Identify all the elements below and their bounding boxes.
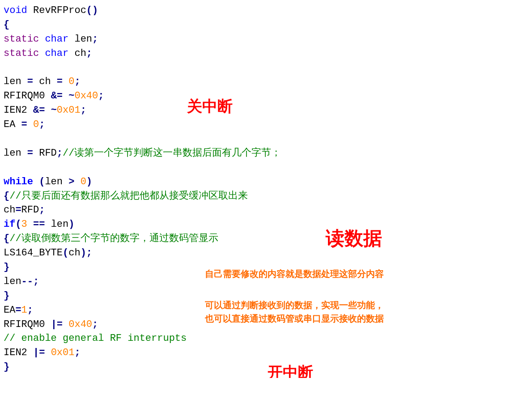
code-line-blank bbox=[4, 161, 515, 175]
code-line: static char len; bbox=[4, 32, 515, 47]
keyword-char: char bbox=[45, 48, 68, 59]
code-line: static char ch; bbox=[4, 47, 515, 61]
identifier: len bbox=[4, 276, 21, 287]
code-line: len = ch = 0; bbox=[4, 75, 515, 89]
code-editor: void RevRFProc() { static char len; stat… bbox=[4, 4, 515, 374]
brace-close: } bbox=[4, 290, 9, 301]
comment: //读取倒数第三个字节的数字，通过数码管显示 bbox=[9, 233, 218, 244]
identifier: len bbox=[4, 76, 27, 87]
code-line: while (len > 0) bbox=[4, 175, 515, 189]
operator: = bbox=[27, 76, 33, 87]
operator: -- bbox=[21, 276, 33, 287]
operator: = bbox=[15, 305, 21, 316]
keyword-if: if bbox=[4, 219, 15, 230]
identifier: RFIRQM0 bbox=[4, 90, 51, 102]
code-line: IEN2 &= ~0x01; bbox=[4, 103, 515, 118]
paren-close: ) bbox=[68, 219, 74, 230]
comment: // enable general RF interrupts bbox=[4, 333, 187, 344]
brace-open: { bbox=[4, 233, 9, 244]
keyword-static: static bbox=[4, 34, 39, 45]
paren-open: ( bbox=[86, 5, 92, 16]
identifier: RFD bbox=[33, 148, 57, 159]
code-line: } bbox=[4, 360, 515, 374]
operator: = bbox=[57, 76, 63, 87]
code-line: // enable general RF interrupts bbox=[4, 331, 515, 346]
comment: //只要后面还有数据那么就把他都从接受缓冲区取出来 bbox=[9, 191, 247, 202]
code-line: IEN2 |= 0x01; bbox=[4, 346, 515, 360]
semicolon: ; bbox=[74, 76, 80, 87]
code-line: void RevRFProc() bbox=[4, 4, 515, 18]
paren-close: ) bbox=[86, 176, 92, 187]
brace-open: { bbox=[4, 191, 9, 202]
semicolon: ; bbox=[33, 276, 39, 287]
keyword-static: static bbox=[4, 48, 39, 59]
code-line: ch=RFD; bbox=[4, 203, 515, 217]
paren-close: ) bbox=[92, 5, 98, 16]
function-name: RevRFProc bbox=[33, 5, 86, 16]
operator: > bbox=[68, 176, 74, 187]
semicolon: ; bbox=[74, 347, 80, 358]
identifier: RFIRQM0 bbox=[4, 319, 51, 330]
identifier: len bbox=[4, 148, 27, 159]
semicolon: ; bbox=[92, 319, 98, 330]
code-line: { bbox=[4, 18, 515, 32]
semicolon: ; bbox=[92, 34, 98, 45]
annotation-note-3: 也可以直接通过数码管或串口显示接收的数据 bbox=[205, 312, 384, 325]
semicolon: ; bbox=[86, 247, 92, 259]
keyword-void: void bbox=[4, 5, 27, 16]
code-line-blank bbox=[4, 132, 515, 146]
function-call: LS164_BYTE bbox=[4, 247, 63, 259]
code-line-blank bbox=[4, 61, 515, 75]
operator: = bbox=[27, 148, 33, 159]
semicolon: ; bbox=[57, 148, 63, 159]
identifier: IEN2 bbox=[4, 105, 33, 116]
identifier: len bbox=[51, 219, 69, 230]
operator: |= bbox=[33, 347, 45, 358]
paren-open: ( bbox=[33, 176, 45, 187]
annotation-close-interrupt: 关中断 bbox=[187, 95, 233, 117]
number: 0x40 bbox=[74, 90, 98, 102]
semicolon: ; bbox=[86, 48, 92, 59]
number: 0 bbox=[33, 119, 39, 130]
identifier: RFD bbox=[21, 204, 39, 216]
number: 3 bbox=[21, 219, 27, 230]
number: 0x40 bbox=[68, 319, 92, 330]
annotation-read-data: 读数据 bbox=[326, 225, 382, 252]
identifier: EA bbox=[4, 119, 21, 130]
code-line: if(3 == len) bbox=[4, 217, 515, 232]
keyword-char: char bbox=[45, 34, 68, 45]
number: 0 bbox=[68, 76, 74, 87]
number: 0 bbox=[81, 176, 86, 187]
operator-bitnot: ~ bbox=[51, 105, 57, 116]
semicolon: ; bbox=[98, 90, 104, 102]
paren-open: ( bbox=[15, 219, 21, 230]
paren-open: ( bbox=[63, 247, 68, 259]
identifier: ch bbox=[68, 247, 80, 259]
comment: //读第一个字节判断这一串数据后面有几个字节； bbox=[63, 148, 281, 159]
brace-close: } bbox=[4, 262, 9, 273]
semicolon: ; bbox=[39, 119, 45, 130]
semicolon: ; bbox=[39, 204, 45, 216]
operator: &= bbox=[51, 90, 63, 102]
paren-close: ) bbox=[81, 247, 86, 259]
code-line: {//读取倒数第三个字节的数字，通过数码管显示 bbox=[4, 232, 515, 246]
code-line: LS164_BYTE(ch); bbox=[4, 246, 515, 260]
identifier: ch bbox=[74, 48, 86, 59]
code-line: EA = 0; bbox=[4, 118, 515, 132]
code-line: RFIRQM0 &= ~0x40; bbox=[4, 89, 515, 103]
operator: |= bbox=[51, 319, 63, 330]
code-line: len = RFD;//读第一个字节判断这一串数据后面有几个字节； bbox=[4, 146, 515, 161]
annotation-open-interrupt: 开中断 bbox=[268, 361, 313, 378]
annotation-note-2: 可以通过判断接收到的数据，实现一些功能， bbox=[205, 299, 384, 312]
keyword-while: while bbox=[4, 176, 33, 187]
operator: = bbox=[15, 204, 21, 216]
brace-open: { bbox=[4, 19, 9, 30]
identifier: ch bbox=[33, 76, 57, 87]
operator-bitnot: ~ bbox=[68, 90, 74, 102]
semicolon: ; bbox=[81, 105, 86, 116]
code-line: {//只要后面还有数据那么就把他都从接受缓冲区取出来 bbox=[4, 189, 515, 204]
identifier: IEN2 bbox=[4, 347, 33, 358]
identifier: len bbox=[74, 34, 92, 45]
operator: &= bbox=[33, 105, 45, 116]
operator: == bbox=[33, 219, 45, 230]
